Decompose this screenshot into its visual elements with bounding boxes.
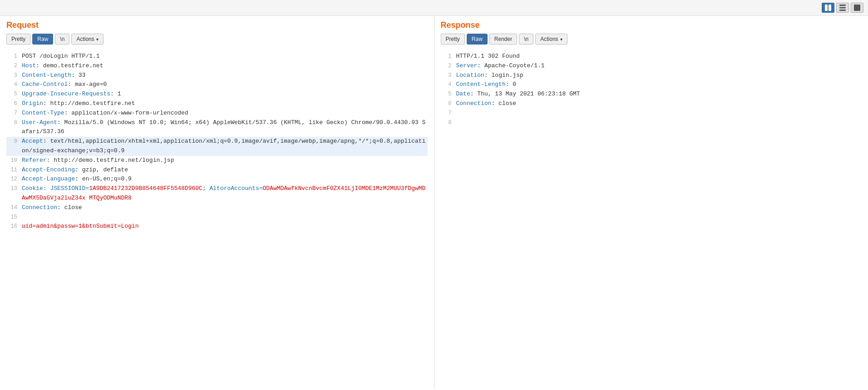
line-number: 3 bbox=[6, 71, 17, 80]
line-content: Accept: text/html,application/xhtml+xml,… bbox=[22, 137, 428, 156]
table-row: 13Cookie: JSESSIONID=1A9DB2417232D9B8546… bbox=[6, 184, 428, 203]
line-content: POST /doLogin HTTP/1.1 bbox=[22, 52, 428, 61]
line-content: Content-Length: 33 bbox=[22, 71, 428, 80]
line-number: 15 bbox=[6, 213, 17, 222]
table-row: 3Content-Length: 33 bbox=[6, 71, 428, 80]
line-number: 2 bbox=[6, 61, 17, 71]
table-row: 7 bbox=[441, 109, 862, 118]
response-panel: Response Pretty Raw Render \n Actions ▾ … bbox=[434, 16, 868, 389]
svg-rect-0 bbox=[825, 5, 828, 11]
table-row: 11Accept-Encoding: gzip, deflate bbox=[6, 165, 428, 175]
table-row: 1POST /doLogin HTTP/1.1 bbox=[6, 52, 428, 61]
line-number: 5 bbox=[441, 90, 452, 99]
request-raw-button[interactable]: Raw bbox=[32, 34, 53, 45]
line-content: Content-Type: application/x-www-form-url… bbox=[22, 109, 428, 118]
line-content: Upgrade-Insecure-Requests: 1 bbox=[22, 90, 428, 99]
request-panel: Request Pretty Raw \n Actions ▾ 1POST /d… bbox=[0, 16, 434, 389]
line-number: 13 bbox=[6, 184, 17, 203]
line-content bbox=[456, 118, 862, 128]
line-number: 14 bbox=[6, 203, 17, 213]
line-number: 10 bbox=[6, 156, 17, 165]
line-content: Cookie: JSESSIONID=1A9DB2417232D9B854648… bbox=[22, 184, 428, 203]
table-row: 14Connection: close bbox=[6, 203, 428, 213]
list-view-button[interactable] bbox=[836, 3, 849, 13]
table-row: 4Content-Length: 0 bbox=[441, 80, 862, 90]
request-actions-button[interactable]: Actions ▾ bbox=[71, 34, 103, 45]
request-content: 1POST /doLogin HTTP/1.12Host: demo.testf… bbox=[0, 49, 434, 389]
line-content: Content-Length: 0 bbox=[456, 80, 862, 90]
table-row: 6Connection: close bbox=[441, 99, 862, 109]
line-number: 8 bbox=[441, 118, 452, 128]
table-row: 8User-Agent: Mozilla/5.0 (Windows NT 10.… bbox=[6, 118, 428, 137]
line-number: 3 bbox=[441, 71, 452, 80]
table-row: 7Content-Type: application/x-www-form-ur… bbox=[6, 109, 428, 118]
line-content bbox=[456, 109, 862, 118]
line-number: 8 bbox=[6, 118, 17, 137]
response-newline-button[interactable]: \n bbox=[519, 34, 533, 45]
line-number: 11 bbox=[6, 165, 17, 175]
svg-rect-1 bbox=[829, 5, 831, 11]
line-content: Accept-Language: en-US,en;q=0.9 bbox=[22, 175, 428, 184]
request-newline-button[interactable]: \n bbox=[55, 34, 69, 45]
line-number: 6 bbox=[6, 99, 17, 109]
response-pretty-button[interactable]: Pretty bbox=[441, 34, 465, 45]
table-row: 15 bbox=[6, 213, 428, 222]
svg-rect-4 bbox=[839, 10, 846, 11]
svg-rect-5 bbox=[854, 5, 860, 11]
split-view-button[interactable] bbox=[822, 3, 834, 13]
single-view-button[interactable] bbox=[851, 3, 863, 13]
svg-rect-3 bbox=[839, 7, 846, 9]
response-raw-button[interactable]: Raw bbox=[467, 34, 488, 45]
line-content: Host: demo.testfire.net bbox=[22, 61, 428, 71]
line-content: Connection: close bbox=[456, 99, 862, 109]
line-content: Connection: close bbox=[22, 203, 428, 213]
table-row: 2Host: demo.testfire.net bbox=[6, 61, 428, 71]
line-content: Referer: http://demo.testfire.net/login.… bbox=[22, 156, 428, 165]
table-row: 9Accept: text/html,application/xhtml+xml… bbox=[6, 137, 428, 156]
table-row: 10Referer: http://demo.testfire.net/logi… bbox=[6, 156, 428, 165]
line-content: Cache-Control: max-age=0 bbox=[22, 80, 428, 90]
response-toolbar: Pretty Raw Render \n Actions ▾ bbox=[441, 34, 862, 45]
line-content bbox=[22, 213, 428, 222]
table-row: 3Location: login.jsp bbox=[441, 71, 862, 80]
response-content: 1HTTP/1.1 302 Found2Server: Apache-Coyot… bbox=[434, 49, 868, 389]
table-row: 8 bbox=[441, 118, 862, 128]
line-number: 16 bbox=[6, 222, 17, 231]
line-number: 6 bbox=[441, 99, 452, 109]
table-row: 5Upgrade-Insecure-Requests: 1 bbox=[6, 90, 428, 99]
line-number: 12 bbox=[6, 175, 17, 184]
table-row: 16uid=admin&passw=1&btnSubmit=Login bbox=[6, 222, 428, 231]
response-render-button[interactable]: Render bbox=[489, 34, 517, 45]
line-number: 4 bbox=[441, 80, 452, 90]
table-row: 1HTTP/1.1 302 Found bbox=[441, 52, 862, 61]
line-number: 5 bbox=[6, 90, 17, 99]
response-title: Response bbox=[441, 20, 862, 30]
request-title: Request bbox=[6, 20, 428, 30]
table-row: 6Origin: http://demo.testfire.net bbox=[6, 99, 428, 109]
line-content: User-Agent: Mozilla/5.0 (Windows NT 10.0… bbox=[22, 118, 428, 137]
request-pretty-button[interactable]: Pretty bbox=[6, 34, 30, 45]
request-toolbar: Pretty Raw \n Actions ▾ bbox=[6, 34, 428, 45]
line-number: 2 bbox=[441, 61, 452, 71]
line-content: Location: login.jsp bbox=[456, 71, 862, 80]
line-number: 9 bbox=[6, 137, 17, 156]
line-content: HTTP/1.1 302 Found bbox=[456, 52, 862, 61]
line-number: 1 bbox=[6, 52, 17, 61]
line-number: 7 bbox=[441, 109, 452, 118]
line-content: Date: Thu, 13 May 2021 06:23:18 GMT bbox=[456, 90, 862, 99]
table-row: 2Server: Apache-Coyote/1.1 bbox=[441, 61, 862, 71]
svg-rect-2 bbox=[839, 5, 846, 6]
line-number: 4 bbox=[6, 80, 17, 90]
line-content: Origin: http://demo.testfire.net bbox=[22, 99, 428, 109]
table-row: 5Date: Thu, 13 May 2021 06:23:18 GMT bbox=[441, 90, 862, 99]
line-content: Accept-Encoding: gzip, deflate bbox=[22, 165, 428, 175]
table-row: 12Accept-Language: en-US,en;q=0.9 bbox=[6, 175, 428, 184]
response-actions-button[interactable]: Actions ▾ bbox=[535, 34, 567, 45]
table-row: 4Cache-Control: max-age=0 bbox=[6, 80, 428, 90]
line-number: 7 bbox=[6, 109, 17, 118]
line-number: 1 bbox=[441, 52, 452, 61]
line-content: uid=admin&passw=1&btnSubmit=Login bbox=[22, 222, 428, 231]
line-content: Server: Apache-Coyote/1.1 bbox=[456, 61, 862, 71]
